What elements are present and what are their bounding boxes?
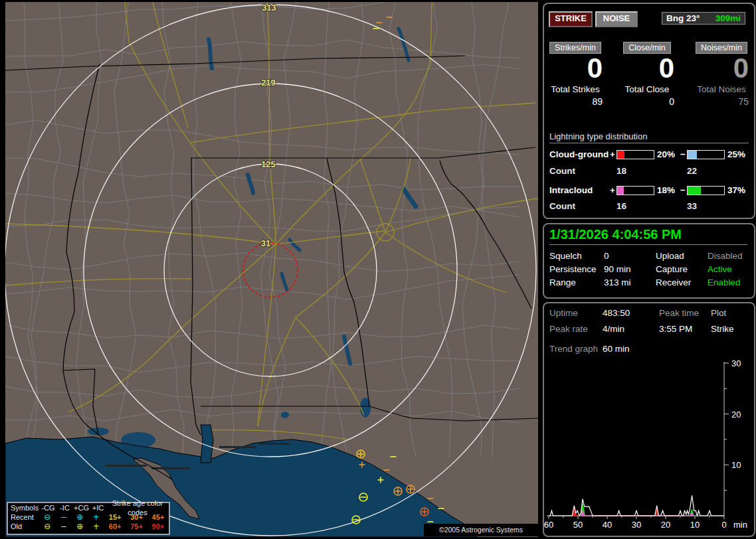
ring-label-313: 313	[262, 3, 276, 13]
svg-text:min: min	[733, 520, 747, 530]
receiver-label: Receiver	[656, 277, 691, 287]
noise-toggle-button[interactable]: NOISE	[595, 11, 638, 27]
cg-negative-pct: 25%	[727, 149, 745, 159]
strike-posneg-cg	[407, 485, 415, 493]
cg-positive-pct: 20%	[657, 149, 675, 159]
age-75: 75+	[126, 522, 147, 531]
persistence-value: 90 min	[604, 264, 631, 274]
strike-toggle-button[interactable]: STRIKE	[549, 11, 593, 27]
ic-pos-count: 16	[616, 201, 626, 211]
map-legend: Symbols -CG -IC +CG +IC Strike age color…	[7, 502, 170, 535]
cg-count-row: Count 18 22	[549, 166, 749, 176]
strikes-per-min-value: 0	[545, 54, 605, 83]
total-strikes-label: Total Strikes	[545, 84, 605, 94]
svg-text:20: 20	[661, 520, 670, 530]
cg-positive-bar	[616, 150, 654, 159]
upload-label: Upload	[656, 251, 684, 261]
cg-negative-bar	[687, 150, 725, 159]
lightning-map[interactable]: 31321912531 Symbols -CG -IC +CG +IC Stri…	[5, 2, 538, 537]
range-value: 313 mi	[604, 277, 631, 287]
minus-icon: −	[680, 149, 686, 159]
minus-icon: −	[56, 512, 72, 522]
svg-text:30: 30	[731, 358, 741, 368]
status-box: 1/31/2026 4:04:56 PM Squelch 0 Upload Di…	[543, 223, 755, 299]
total-noises-label: Total Noises	[692, 84, 751, 94]
map-copyright: ©2005 Astrogenic Systems	[424, 524, 538, 536]
svg-text:30: 30	[632, 520, 641, 530]
legend-recent-row: Recent ⊖ − ⊕ + 15+ 30+ 45+	[8, 512, 169, 522]
receiver-status: Enabled	[708, 277, 741, 287]
noises-per-min-value: 0	[692, 54, 751, 83]
distribution-title: Lightning type distribution	[549, 131, 749, 143]
range-label: Range	[549, 277, 576, 287]
close-per-min-value: 0	[617, 54, 677, 83]
plus-icon: +	[610, 149, 615, 159]
circle-plus-icon: ⊕	[72, 522, 88, 531]
legend-title: Symbols	[11, 503, 40, 512]
strike-posneg-cg	[357, 450, 365, 458]
intracloud-label: Intracloud	[549, 185, 593, 195]
ic-positive-pct: 18%	[657, 185, 675, 195]
age-45: 45+	[147, 512, 169, 522]
nexstorm-window: 31321912531 Symbols -CG -IC +CG +IC Stri…	[0, 0, 756, 539]
svg-text:40: 40	[603, 520, 612, 530]
minus-icon: −	[56, 522, 72, 531]
legend-header-row: Symbols -CG -IC +CG +IC Strike age color…	[8, 503, 169, 512]
age-90: 90+	[147, 522, 169, 531]
cg-neg-count: 22	[687, 166, 697, 176]
ring-label-31: 31	[261, 238, 270, 248]
legend-col-neg-cg: -CG	[40, 503, 56, 512]
ic-positive-bar	[616, 186, 654, 195]
map-canvas: 31321912531	[5, 2, 538, 537]
ic-negative-pct: 37%	[727, 185, 745, 195]
total-close-value: 0	[617, 96, 677, 107]
circle-minus-icon: ⊖	[39, 522, 55, 531]
capture-status: Active	[708, 264, 732, 274]
strike-stats-box: STRIKE NOISE Bng 23° 309mi Strikes/min 0…	[543, 3, 755, 219]
ring-label-219: 219	[261, 78, 276, 88]
squelch-value: 0	[604, 251, 609, 261]
ring-label-125: 125	[261, 159, 276, 169]
age-15: 15+	[104, 512, 126, 522]
cloud-ground-row: Cloud-ground + 20% − 25%	[549, 149, 749, 159]
close-column: Close/min 0 Total Close 0	[617, 41, 677, 107]
total-noises-value: 75	[692, 96, 751, 107]
age-60: 60+	[104, 522, 126, 531]
legend-old-row: Old ⊖ − ⊕ + 60+ 75+ 90+	[8, 522, 169, 531]
strike-posneg-cg	[421, 508, 428, 516]
persistence-label: Persistence	[549, 264, 597, 274]
capture-label: Capture	[656, 264, 688, 274]
bearing-value: Bng 23°	[666, 13, 700, 23]
trend-box: Uptime 483:50 Peak time Plot Peak rate 4…	[543, 302, 755, 537]
legend-recent-label: Recent	[11, 512, 39, 522]
strike-posneg-cg	[394, 487, 402, 495]
legend-col-pos-ic: +IC	[90, 503, 106, 512]
bearing-range: 309mi	[715, 13, 741, 23]
minus-icon: −	[680, 185, 686, 195]
plus-icon: +	[88, 522, 104, 531]
count-label: Count	[549, 166, 575, 176]
svg-text:10: 10	[731, 460, 741, 470]
strikes-column: Strikes/min 0 Total Strikes 89	[545, 41, 605, 107]
age-30: 30+	[126, 512, 147, 522]
cg-pos-count: 18	[616, 166, 626, 176]
plus-icon: +	[88, 512, 104, 522]
bearing-display: Bng 23° 309mi	[662, 12, 745, 25]
total-strikes-value: 89	[545, 96, 605, 107]
squelch-label: Squelch	[549, 251, 582, 261]
circle-minus-icon: ⊖	[39, 512, 55, 522]
ic-negative-bar	[687, 186, 725, 195]
ic-neg-count: 33	[687, 201, 697, 211]
intracloud-row: Intracloud + 18% − 37%	[549, 185, 749, 195]
svg-text:50: 50	[573, 520, 583, 530]
ic-count-row: Count 16 33	[549, 201, 749, 211]
datetime-display: 1/31/2026 4:04:56 PM	[549, 227, 747, 245]
legend-col-pos-cg: +CG	[73, 503, 90, 512]
legend-col-neg-ic: -IC	[56, 503, 73, 512]
cloud-ground-label: Cloud-ground	[549, 149, 609, 159]
svg-text:60: 60	[544, 520, 553, 530]
total-close-label: Total Close	[617, 84, 677, 94]
svg-text:20: 20	[731, 410, 741, 420]
count-label: Count	[549, 201, 575, 211]
svg-text:10: 10	[690, 520, 700, 530]
